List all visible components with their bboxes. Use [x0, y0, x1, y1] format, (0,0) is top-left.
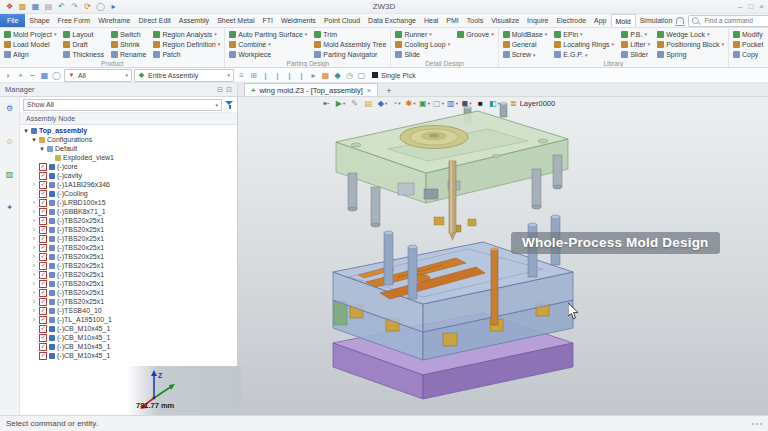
tree-expand-arrow[interactable] [31, 180, 37, 189]
tree-item[interactable]: (-)TBS20x25x1 [20, 288, 237, 297]
tree-item[interactable]: (-)CB_M10x45_1 [20, 351, 237, 360]
tree-item[interactable]: (-)TSSB40_10 [20, 306, 237, 315]
tree-item[interactable]: (-)core [20, 162, 237, 171]
tree-checkbox[interactable] [39, 208, 47, 216]
tree-checkbox[interactable] [39, 253, 47, 261]
view-tool-icon[interactable]: ◔ [390, 98, 403, 109]
ribbon-button[interactable]: Parting Navigator [312, 50, 388, 60]
tree-checkbox[interactable] [39, 262, 47, 270]
tree-item[interactable]: (-)Cooling [20, 189, 237, 198]
minimize-button[interactable]: – [738, 2, 742, 11]
ribbon-button[interactable]: Cooling Loop [393, 39, 452, 49]
tree-expand-arrow[interactable] [31, 288, 37, 297]
tree-checkbox[interactable] [39, 352, 47, 360]
tree-checkbox[interactable] [39, 235, 47, 243]
menu-tab[interactable]: Simulation [636, 14, 677, 27]
scope-dropdown[interactable]: ▼ All ▾ [64, 69, 132, 82]
tree-expand-arrow[interactable] [31, 198, 37, 207]
menu-tab[interactable]: Mold [611, 14, 636, 27]
ribbon-button[interactable]: Locating Rings [552, 39, 616, 49]
ribbon-button[interactable]: Layout [61, 29, 106, 39]
tree-item[interactable]: (-)TBS20x25x1 [20, 225, 237, 234]
side-strip-icon[interactable]: ⚙ [4, 103, 15, 114]
view-tool-icon[interactable]: ◆ [376, 98, 389, 109]
tree-checkbox[interactable] [39, 316, 47, 324]
ribbon-button[interactable]: Draft [61, 39, 106, 49]
menu-tab[interactable]: Weldments [277, 14, 320, 27]
3d-viewport[interactable]: ⇤▶✎▤◆◔✱▣▢▥◼■◧ ≣ Layer0000 [238, 97, 768, 415]
quick-access-icon[interactable]: ▩ [17, 1, 28, 12]
quick-access-icon[interactable]: ↶ [56, 1, 67, 12]
quick-access-icon[interactable]: ↷ [69, 1, 80, 12]
ribbon-button[interactable]: Mold Project [2, 29, 58, 39]
tree-checkbox[interactable] [39, 190, 47, 198]
menu-tab[interactable]: Free Form [54, 14, 95, 27]
menu-tab[interactable]: PMI [442, 14, 462, 27]
tree-checkbox[interactable] [39, 244, 47, 252]
menu-tab[interactable]: Assembly [175, 14, 213, 27]
ribbon-button[interactable]: Positioning Block [655, 39, 726, 49]
toolbar-icon[interactable]: ▸ [308, 70, 319, 81]
quick-access-icon[interactable]: ⟳ [82, 1, 93, 12]
tree-checkbox[interactable] [39, 280, 47, 288]
tree-checkbox[interactable] [39, 199, 47, 207]
view-tool-icon[interactable]: ◼ [460, 98, 473, 109]
ribbon-button[interactable]: Modify [731, 29, 765, 39]
ribbon-button[interactable]: Trim [312, 29, 388, 39]
toolbar-icon[interactable]: ◆ [332, 70, 343, 81]
toolbar-icon[interactable]: | [272, 70, 283, 81]
ribbon-button[interactable]: P.B. [619, 29, 652, 39]
tree-item[interactable]: (-)CB_M10x45_1 [20, 333, 237, 342]
ribbon-button[interactable]: EPin [552, 29, 616, 39]
ribbon-button[interactable]: Copy [731, 50, 765, 60]
quick-access-icon[interactable]: ▸ [108, 1, 119, 12]
tree-checkbox[interactable] [39, 325, 47, 333]
menu-tab[interactable]: Shape [25, 14, 53, 27]
tree-expand-arrow[interactable] [31, 252, 37, 261]
tree-item[interactable]: (-)CB_M10x45_1 [20, 342, 237, 351]
view-tool-icon[interactable]: ▥ [446, 98, 459, 109]
menu-tab[interactable]: File [0, 14, 25, 27]
ribbon-button[interactable]: Region Definition [151, 39, 222, 49]
ribbon-button[interactable]: MoldBase [501, 29, 550, 39]
tree-item[interactable]: (-)TBS20x25x1 [20, 270, 237, 279]
menu-tab[interactable]: Electrode [552, 14, 590, 27]
view-tool-icon[interactable]: ▶ [334, 98, 347, 109]
tree-item[interactable]: (-)CB_M10x45_1 [20, 324, 237, 333]
menu-tab[interactable]: Tools [463, 14, 487, 27]
quick-access-icon[interactable]: ▤ [43, 1, 54, 12]
tree-expand-arrow[interactable] [31, 135, 37, 144]
search-input[interactable] [702, 16, 768, 25]
menu-tab[interactable]: Inquire [523, 14, 552, 27]
ribbon-button[interactable]: Slider [619, 50, 652, 60]
quick-access-icon[interactable]: ▦ [30, 1, 41, 12]
tree-checkbox[interactable] [39, 226, 47, 234]
filter-funnel-icon[interactable] [225, 100, 234, 109]
tree-item[interactable]: (-)TBS20x25x1 [20, 243, 237, 252]
ribbon-button[interactable]: Thickness [61, 50, 106, 60]
tree-expand-arrow[interactable] [31, 279, 37, 288]
tree-expand-arrow[interactable] [31, 297, 37, 306]
ribbon-button[interactable]: Lifter [619, 39, 652, 49]
ribbon-button[interactable]: Align [2, 50, 58, 60]
toolbar-icon[interactable]: ⊞ [248, 70, 259, 81]
toolbar-icon[interactable]: ◷ [344, 70, 355, 81]
ribbon-button[interactable]: Screw [501, 50, 550, 60]
tree-item[interactable]: (-)TBS20x25x1 [20, 261, 237, 270]
panel-dock-icon[interactable]: ⊡ [226, 86, 232, 94]
ribbon-button[interactable]: E.G.P. [552, 50, 616, 60]
tree-checkbox[interactable] [39, 163, 47, 171]
menu-tab[interactable]: Visualize [487, 14, 523, 27]
tree-item[interactable]: (-)1A1BI296x346 [20, 180, 237, 189]
ribbon-button[interactable]: Combine [227, 39, 309, 49]
view-tool-icon[interactable]: ▢ [432, 98, 445, 109]
ribbon-button[interactable]: Workpiece [227, 50, 309, 60]
tree-item[interactable]: (-)TBS20x25x1 [20, 234, 237, 243]
menu-tab[interactable]: Wireframe [94, 14, 134, 27]
toolbar-icon[interactable]: ▦ [39, 70, 50, 81]
ribbon-button[interactable]: Patch [151, 50, 222, 60]
tree-expand-arrow[interactable] [31, 207, 37, 216]
panel-pin-icon[interactable]: ⊟ [217, 86, 223, 94]
menu-tab[interactable]: Direct Edit [134, 14, 174, 27]
tree-checkbox[interactable] [39, 172, 47, 180]
